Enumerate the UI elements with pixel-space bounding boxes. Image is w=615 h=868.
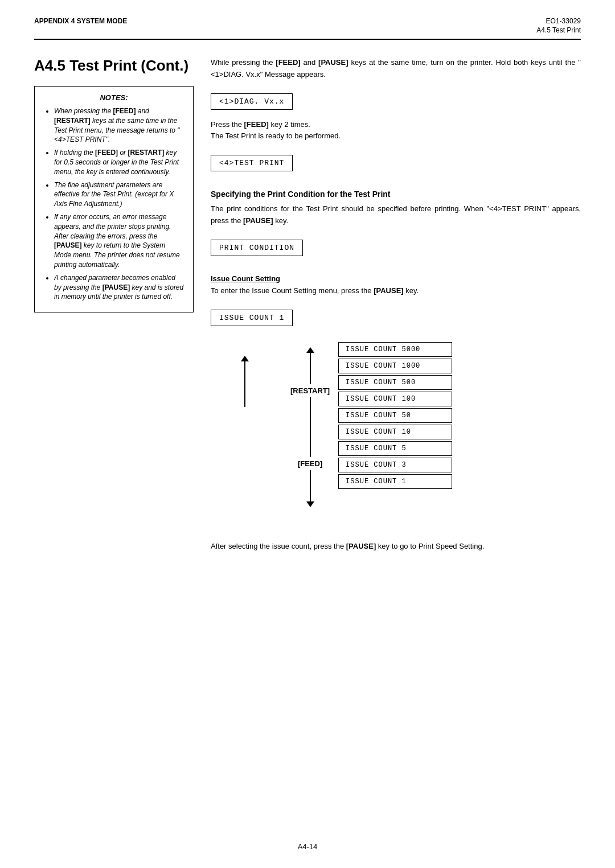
diagram-arrow-column: [211, 344, 279, 524]
test-print-display: <4>TEST PRINT: [211, 155, 293, 171]
header-right: EO1-33029 A4.5 Test Print: [536, 17, 581, 34]
line-top: [244, 361, 245, 390]
test-print-ready: The Test Print is ready to be performed.: [211, 131, 341, 140]
issue-count-10: ISSUE COUNT 10: [338, 425, 452, 439]
vert-line-2: [310, 397, 311, 457]
footer-text: After selecting the issue count, press t…: [211, 541, 581, 553]
notes-box: NOTES: When pressing the [FEED] and [RES…: [34, 86, 194, 312]
vertical-arrow-column: [RESTART] [FEED]: [290, 347, 330, 507]
note-item-5: A changed parameter becomes enabled by p…: [54, 273, 184, 302]
bold-feed-2: [FEED]: [244, 120, 269, 129]
page-footer: A4-14: [0, 842, 615, 851]
specifying-text: The print conditions for the Test Print …: [211, 203, 581, 227]
issue-count-500: ISSUE COUNT 500: [338, 375, 452, 390]
issue-count-3: ISSUE COUNT 3: [338, 458, 452, 472]
bold-pause-2: [PAUSE]: [243, 216, 273, 225]
feed-instruction: Press the [FEED] key 2 times. The Test P…: [211, 119, 581, 143]
header-section: A4.5 Test Print: [536, 26, 581, 34]
issue-count-main-display: ISSUE COUNT 1: [211, 310, 293, 326]
key-feed: [FEED]: [113, 107, 136, 115]
issue-count-5000: ISSUE COUNT 5000: [338, 342, 452, 357]
issue-count-50: ISSUE COUNT 50: [338, 408, 452, 423]
bold-pause-4: [PAUSE]: [346, 542, 376, 550]
arrow-down-icon: [306, 501, 314, 507]
line-mid1: [244, 390, 245, 407]
left-column: A4.5 Test Print (Cont.) NOTES: When pres…: [34, 57, 194, 559]
vert-line-1: [310, 353, 311, 384]
vert-line-3: [310, 470, 311, 501]
restart-label: [RESTART]: [290, 386, 330, 395]
note-item-3: The fine adjustment parameters are effec…: [54, 180, 184, 209]
key-restart-2: [RESTART]: [128, 149, 164, 157]
issue-count-heading: Issue Count Setting: [211, 274, 581, 283]
issue-count-5: ISSUE COUNT 5: [338, 441, 452, 456]
issue-count-diagram: [RESTART] [FEED] ISSUE COUNT 5000 ISSUE …: [211, 344, 581, 524]
page-number: A4-14: [298, 842, 318, 851]
bold-pause-3: [PAUSE]: [374, 286, 403, 295]
issue-count-text: To enter the Issue Count Setting menu, p…: [211, 285, 581, 297]
page-title: A4.5 Test Print (Cont.): [34, 57, 194, 75]
note-item-4: If any error occurs, an error message ap…: [54, 212, 184, 270]
feed-label: [FEED]: [298, 459, 322, 468]
right-column: While pressing the [FEED] and [PAUSE] ke…: [211, 57, 581, 559]
key-restart: [RESTART]: [54, 117, 91, 125]
bold-feed: [FEED]: [276, 58, 300, 67]
up-arrow-icon: [241, 356, 249, 361]
bold-pause: [PAUSE]: [318, 58, 348, 67]
note-item-2: If holding the [FEED] or [RESTART] key f…: [54, 148, 184, 176]
key-pause-1: [PAUSE]: [54, 241, 81, 249]
specifying-heading: Specifying the Print Condition for the T…: [211, 190, 581, 199]
page: APPENDIX 4 SYSTEM MODE EO1-33029 A4.5 Te…: [0, 0, 615, 868]
intro-text: While pressing the [FEED] and [PAUSE] ke…: [211, 57, 581, 81]
note-item-1: When pressing the [FEED] and [RESTART] k…: [54, 106, 184, 145]
diagram-main: [RESTART] [FEED] ISSUE COUNT 5000 ISSUE …: [290, 344, 452, 507]
header-appendix: APPENDIX 4 SYSTEM MODE: [34, 17, 127, 25]
diag-display: <1>DIAG. Vx.x: [211, 93, 293, 110]
arrow-up-icon: [306, 347, 314, 353]
notes-list: When pressing the [FEED] and [RESTART] k…: [44, 106, 184, 302]
notes-title: NOTES:: [44, 93, 184, 102]
key-pause-2: [PAUSE]: [102, 283, 130, 291]
issue-count-1000: ISSUE COUNT 1000: [338, 359, 452, 373]
content-area: A4.5 Test Print (Cont.) NOTES: When pres…: [34, 57, 581, 559]
key-feed-2: [FEED]: [95, 149, 118, 157]
issue-count-100: ISSUE COUNT 100: [338, 392, 452, 406]
header-doc-number: EO1-33029: [536, 17, 581, 25]
page-header: APPENDIX 4 SYSTEM MODE EO1-33029 A4.5 Te…: [34, 17, 581, 40]
issue-count-list: ISSUE COUNT 5000 ISSUE COUNT 1000 ISSUE …: [338, 342, 452, 489]
print-condition-display: PRINT CONDITION: [211, 240, 303, 256]
issue-count-1: ISSUE COUNT 1: [338, 474, 452, 489]
